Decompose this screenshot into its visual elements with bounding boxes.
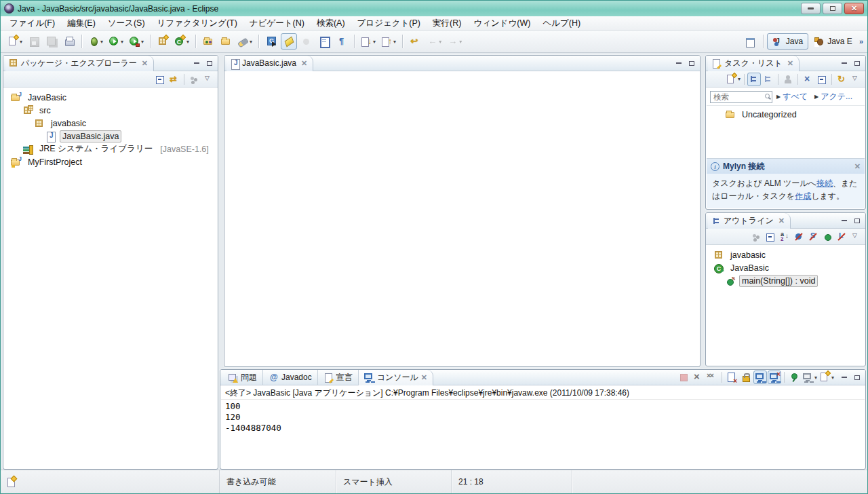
- display-selected-console-button[interactable]: ▾: [802, 370, 818, 384]
- link-with-editor-button[interactable]: [167, 73, 181, 86]
- show-source-button[interactable]: [316, 33, 332, 50]
- menu-item-7[interactable]: 実行(R): [427, 16, 467, 31]
- minimize-button[interactable]: [801, 3, 821, 14]
- hide-static-members-button[interactable]: [806, 230, 820, 244]
- categorized-view-button[interactable]: [747, 73, 761, 86]
- new-task-button[interactable]: ▾: [725, 73, 741, 86]
- console-view-tab-console[interactable]: コンソール✕: [359, 370, 433, 385]
- console-view-tab-problems[interactable]: 問題: [222, 370, 263, 385]
- dropdown-arrow-icon[interactable]: ▾: [250, 39, 252, 45]
- toggle-breadcrumb-button[interactable]: [263, 33, 279, 50]
- run-button[interactable]: ▾: [106, 33, 125, 50]
- synchronize-button[interactable]: [835, 73, 848, 86]
- perspective-overflow-chevron[interactable]: »: [859, 37, 863, 45]
- menu-item-0[interactable]: ファイル(F): [3, 16, 61, 31]
- minimize-view-button[interactable]: [838, 373, 850, 383]
- editor-tab-javabasic[interactable]: JavaBasic.java ✕: [226, 56, 313, 71]
- new-class-button[interactable]: C▾: [172, 33, 191, 50]
- pin-console-button[interactable]: [787, 370, 801, 384]
- collapse-all-button[interactable]: [153, 73, 167, 86]
- dropdown-arrow-icon[interactable]: ▾: [186, 39, 189, 45]
- perspective-java-button[interactable]: Java: [767, 33, 808, 50]
- dropdown-arrow-icon[interactable]: ▾: [121, 39, 123, 45]
- minimize-view-button[interactable]: [191, 58, 203, 69]
- package-explorer-tab[interactable]: パッケージ・エクスプローラー ✕: [5, 56, 154, 71]
- remove-all-terminated-button[interactable]: [705, 370, 719, 384]
- new-java-project-button[interactable]: [155, 33, 171, 50]
- close-view-icon[interactable]: ✕: [142, 59, 148, 68]
- maximize-editor-button[interactable]: [686, 58, 698, 69]
- mylyn-link[interactable]: 接続: [816, 178, 833, 188]
- close-tab-icon[interactable]: ✕: [421, 373, 427, 382]
- menu-item-2[interactable]: ソース(S): [102, 16, 151, 31]
- clear-console-button[interactable]: [725, 370, 738, 384]
- tree-item-uncategorized[interactable]: Uncategorized: [708, 108, 863, 121]
- open-type-button[interactable]: [200, 33, 216, 50]
- show-stdout-button[interactable]: [753, 370, 767, 384]
- mylyn-close-icon[interactable]: ✕: [854, 162, 861, 171]
- view-menu-button[interactable]: [201, 73, 215, 86]
- sort-button[interactable]: ↓: [778, 230, 791, 244]
- dropdown-arrow-icon[interactable]: ▾: [393, 39, 396, 45]
- remove-launch-button[interactable]: [691, 370, 705, 384]
- menu-item-4[interactable]: ナビゲート(N): [243, 16, 311, 31]
- minimize-view-button[interactable]: [838, 216, 850, 226]
- close-editor-icon[interactable]: ✕: [301, 59, 307, 68]
- view-menu-button[interactable]: [849, 230, 863, 244]
- tree-item-javabasic[interactable]: javabasic: [5, 117, 216, 130]
- tree-item-src[interactable]: src: [5, 104, 216, 117]
- next-annotation-button[interactable]: ▾: [359, 33, 378, 50]
- console-view-tab-javadoc[interactable]: Javadoc: [263, 370, 318, 385]
- menu-item-1[interactable]: 編集(E): [61, 16, 102, 31]
- task-filter-1[interactable]: ▶アクテ...: [814, 91, 852, 102]
- menu-item-5[interactable]: 検索(A): [311, 16, 351, 31]
- mylyn-link[interactable]: 作成: [795, 191, 811, 201]
- maximize-view-button[interactable]: [851, 216, 863, 226]
- deactivate-task-button[interactable]: [801, 73, 814, 86]
- minimize-editor-button[interactable]: [673, 58, 685, 69]
- run-external-button[interactable]: ▾: [127, 33, 146, 50]
- open-console-button[interactable]: ▾: [818, 370, 835, 384]
- search-tb-button[interactable]: ▾: [235, 33, 254, 50]
- mark-occurrences-button[interactable]: [281, 33, 297, 50]
- close-view-icon[interactable]: ✕: [778, 216, 785, 225]
- menu-item-9[interactable]: ヘルプ(H): [536, 16, 587, 31]
- dropdown-arrow-icon[interactable]: ▾: [439, 39, 441, 45]
- menu-item-6[interactable]: プロジェクト(P): [351, 16, 427, 31]
- dropdown-arrow-icon[interactable]: ▾: [373, 39, 376, 45]
- dropdown-arrow-icon[interactable]: ▾: [100, 39, 103, 45]
- maximize-view-button[interactable]: [203, 58, 216, 69]
- new-wizard-button[interactable]: ▾: [5, 33, 24, 50]
- dropdown-arrow-icon[interactable]: ▾: [141, 39, 144, 45]
- maximize-view-button[interactable]: [851, 373, 863, 383]
- prev-annotation-button[interactable]: ▾: [379, 33, 398, 50]
- tree-item-main-string-void[interactable]: main(String[]) : void: [708, 274, 863, 287]
- debug-button[interactable]: ▾: [86, 33, 105, 50]
- view-menu-button[interactable]: [849, 73, 863, 86]
- collapse-all-button[interactable]: [815, 73, 829, 86]
- tree-item-javabasic[interactable]: JavaBasic: [708, 261, 863, 274]
- task-filter-0[interactable]: ▶すべて: [776, 91, 808, 102]
- scheduled-view-button[interactable]: [762, 73, 775, 86]
- print-button[interactable]: [61, 33, 77, 50]
- dropdown-arrow-icon[interactable]: ▾: [459, 39, 462, 45]
- outline-tab[interactable]: アウトライン ✕: [708, 213, 791, 229]
- console-output[interactable]: 100120-1404887040: [221, 400, 865, 435]
- close-view-icon[interactable]: ✕: [787, 59, 793, 68]
- menu-item-8[interactable]: ウィンドウ(W): [467, 16, 536, 31]
- perspective-javaee-button[interactable]: Java E: [808, 33, 858, 50]
- fast-view-icon[interactable]: [6, 476, 17, 487]
- tree-item-javabasic[interactable]: javabasic: [708, 248, 863, 261]
- open-perspective-button[interactable]: [743, 33, 759, 50]
- show-stderr-button[interactable]: ×: [768, 370, 781, 384]
- tree-item-jre-[interactable]: JRE システム・ライブラリー[JavaSE-1.6]: [5, 142, 216, 155]
- task-search-input[interactable]: [710, 91, 772, 103]
- restore-button[interactable]: [823, 3, 842, 14]
- close-button[interactable]: ✕: [844, 3, 864, 14]
- show-whitespace-button[interactable]: [334, 33, 350, 50]
- scroll-lock-button[interactable]: [739, 370, 753, 384]
- last-edit-location-button[interactable]: [407, 33, 423, 50]
- hide-fields-button[interactable]: [792, 230, 806, 244]
- hide-non-public-button[interactable]: [821, 230, 834, 244]
- maximize-view-button[interactable]: [851, 58, 863, 69]
